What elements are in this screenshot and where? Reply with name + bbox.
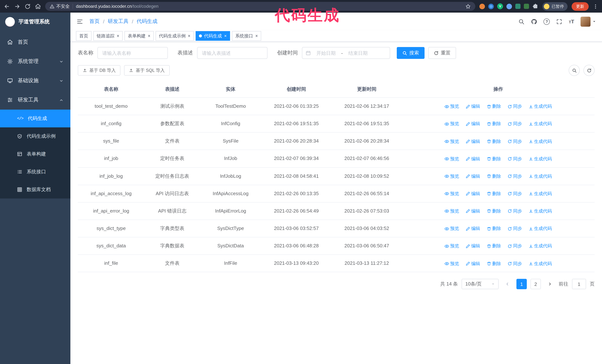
forward-icon[interactable] (14, 3, 20, 10)
help-icon[interactable]: ? (544, 18, 550, 25)
reload-icon[interactable] (24, 3, 31, 10)
table-name-input[interactable] (97, 47, 168, 59)
extension-icon[interactable]: V (497, 3, 503, 9)
generate-code-link[interactable]: 生成代码 (529, 103, 552, 110)
sync-link[interactable]: 同步 (507, 103, 522, 110)
delete-link[interactable]: 删除 (487, 190, 501, 197)
sync-link[interactable]: 同步 (507, 243, 522, 250)
page-button-1[interactable]: 1 (516, 279, 527, 289)
search-icon[interactable] (518, 18, 525, 25)
sync-link[interactable]: 同步 (507, 208, 522, 215)
tab[interactable]: 系统接口 × (232, 31, 261, 41)
extension-icon[interactable] (488, 3, 494, 9)
delete-link[interactable]: 删除 (487, 260, 501, 267)
sidebar-item-home[interactable]: 首页 (0, 32, 70, 52)
sql-import-button[interactable]: 基于 SQL 导入 (124, 65, 170, 75)
tab[interactable]: 代码生成 × (196, 31, 230, 41)
breadcrumb-home[interactable]: 首页 (89, 18, 100, 25)
fullscreen-icon[interactable] (556, 18, 563, 25)
profile-chip[interactable]: 已暂停 (542, 2, 568, 10)
user-menu[interactable] (580, 16, 596, 26)
refresh-table-button[interactable] (583, 65, 595, 76)
sidebar-item-db-doc[interactable]: 数据库文档 (0, 181, 70, 198)
edit-link[interactable]: 编辑 (466, 173, 480, 180)
generate-code-link[interactable]: 生成代码 (529, 121, 552, 127)
sync-link[interactable]: 同步 (507, 121, 522, 127)
preview-link[interactable]: 预览 (445, 190, 459, 197)
edit-link[interactable]: 编辑 (466, 260, 480, 267)
edit-link[interactable]: 编辑 (466, 243, 480, 250)
sync-link[interactable]: 同步 (507, 138, 522, 145)
preview-link[interactable]: 预览 (445, 225, 459, 232)
goto-page-input[interactable] (572, 279, 586, 289)
browser-menu-icon[interactable] (593, 3, 598, 9)
breadcrumb-group[interactable]: 研发工具 (108, 18, 129, 25)
delete-link[interactable]: 删除 (487, 225, 501, 232)
hamburger-icon[interactable] (76, 18, 83, 25)
delete-link[interactable]: 删除 (487, 208, 501, 215)
delete-link[interactable]: 删除 (487, 243, 501, 250)
generate-code-link[interactable]: 生成代码 (529, 243, 552, 250)
tab[interactable]: 代码生成示例 × (156, 31, 194, 41)
generate-code-link[interactable]: 生成代码 (529, 173, 552, 180)
sync-link[interactable]: 同步 (507, 225, 522, 232)
extensions-puzzle-icon[interactable] (532, 3, 538, 9)
delete-link[interactable]: 删除 (487, 121, 501, 127)
search-button[interactable]: 搜索 (397, 47, 425, 59)
tab-close-icon[interactable]: × (224, 34, 227, 38)
preview-link[interactable]: 预览 (445, 103, 459, 110)
back-icon[interactable] (4, 3, 10, 10)
tab[interactable]: 首页 (76, 31, 92, 41)
generate-code-link[interactable]: 生成代码 (529, 260, 552, 267)
edit-link[interactable]: 编辑 (466, 225, 480, 232)
preview-link[interactable]: 预览 (445, 121, 459, 127)
extension-icon[interactable] (524, 4, 529, 9)
generate-code-link[interactable]: 生成代码 (529, 138, 552, 145)
sync-link[interactable]: 同步 (507, 190, 522, 197)
date-range-picker[interactable]: - (302, 47, 390, 59)
sync-link[interactable]: 同步 (507, 260, 522, 267)
tab[interactable]: 表单构建 × (124, 31, 154, 41)
next-page-button[interactable] (545, 279, 555, 289)
page-button-2[interactable]: 2 (530, 279, 541, 289)
security-warning[interactable]: 不安全 (50, 3, 70, 10)
sidebar-item-codegen[interactable]: </> 代码生成 (0, 110, 70, 127)
reset-button[interactable]: 重置 (428, 47, 456, 59)
tab-close-icon[interactable]: × (188, 34, 190, 38)
start-date-input[interactable] (312, 50, 340, 56)
sidebar-item-system[interactable]: 系统管理 (0, 52, 70, 71)
tab-close-icon[interactable]: × (148, 34, 150, 38)
font-size-icon[interactable]: TT (569, 19, 574, 24)
delete-link[interactable]: 删除 (487, 155, 501, 162)
logo-row[interactable]: 芋道管理系统 (0, 13, 70, 31)
github-icon[interactable] (531, 18, 537, 25)
generate-code-link[interactable]: 生成代码 (529, 225, 552, 232)
edit-link[interactable]: 编辑 (466, 190, 480, 197)
generate-code-link[interactable]: 生成代码 (529, 190, 552, 197)
preview-link[interactable]: 预览 (445, 260, 459, 267)
tab[interactable]: 链路追踪 × (93, 31, 123, 41)
preview-link[interactable]: 预览 (445, 155, 459, 162)
tab-close-icon[interactable]: × (255, 34, 258, 38)
toggle-search-button[interactable] (569, 65, 580, 76)
extension-icon[interactable] (479, 3, 485, 9)
delete-link[interactable]: 删除 (487, 138, 501, 145)
generate-code-link[interactable]: 生成代码 (529, 155, 552, 162)
generate-code-link[interactable]: 生成代码 (529, 208, 552, 215)
extension-icon[interactable] (515, 4, 520, 9)
bookmark-star-icon[interactable] (465, 3, 471, 9)
sync-link[interactable]: 同步 (507, 155, 522, 162)
browser-update-button[interactable]: 更新 (572, 2, 589, 10)
edit-link[interactable]: 编辑 (466, 103, 480, 110)
page-size-select[interactable]: 10条/页 (462, 279, 499, 289)
sidebar-item-form-builder[interactable]: 表单构建 (0, 145, 70, 163)
edit-link[interactable]: 编辑 (466, 121, 480, 127)
sidebar-item-devtools[interactable]: 研发工具 (0, 90, 70, 110)
edit-link[interactable]: 编辑 (466, 155, 480, 162)
preview-link[interactable]: 预览 (445, 208, 459, 215)
url-bar[interactable]: 不安全 dashboard.yudao.iocoder.cn/tool/code… (45, 2, 475, 11)
delete-link[interactable]: 删除 (487, 103, 501, 110)
sync-link[interactable]: 同步 (507, 173, 522, 180)
sidebar-item-infra[interactable]: 基础设施 (0, 71, 70, 90)
db-import-button[interactable]: 基于 DB 导入 (78, 65, 121, 75)
